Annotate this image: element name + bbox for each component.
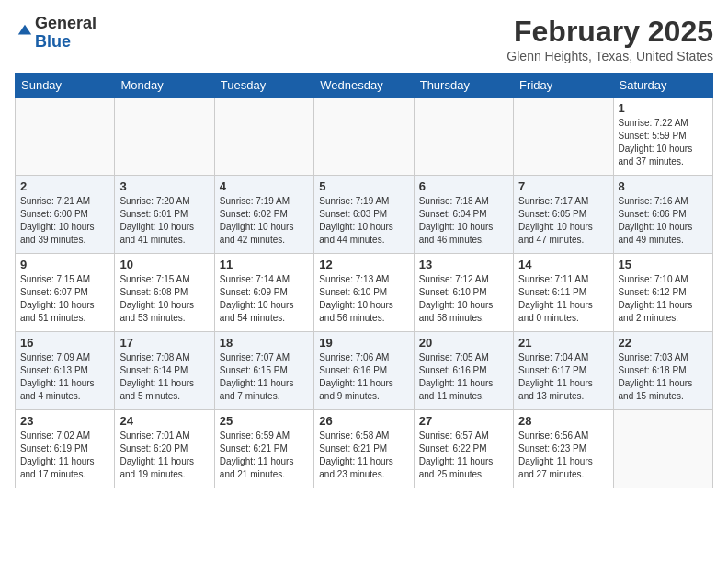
calendar-cell: 15Sunrise: 7:10 AM Sunset: 6:12 PM Dayli… bbox=[613, 254, 712, 332]
day-number: 23 bbox=[20, 414, 109, 428]
day-number: 12 bbox=[319, 258, 408, 271]
calendar-cell: 21Sunrise: 7:04 AM Sunset: 6:17 PM Dayli… bbox=[514, 332, 613, 410]
calendar-cell: 14Sunrise: 7:11 AM Sunset: 6:11 PM Dayli… bbox=[514, 254, 613, 332]
day-number: 20 bbox=[419, 336, 508, 350]
calendar-cell: 19Sunrise: 7:06 AM Sunset: 6:16 PM Dayli… bbox=[314, 332, 414, 410]
calendar-cell: 10Sunrise: 7:15 AM Sunset: 6:08 PM Dayli… bbox=[115, 254, 214, 332]
calendar-cell: 26Sunrise: 6:58 AM Sunset: 6:21 PM Dayli… bbox=[314, 410, 414, 488]
day-number: 21 bbox=[518, 336, 608, 350]
calendar-cell: 25Sunrise: 6:59 AM Sunset: 6:21 PM Dayli… bbox=[214, 410, 313, 488]
logo-icon bbox=[17, 23, 33, 40]
day-number: 28 bbox=[518, 414, 608, 428]
day-number: 27 bbox=[419, 414, 508, 428]
calendar-cell bbox=[314, 98, 414, 176]
logo-general-text: General bbox=[35, 14, 97, 32]
calendar-table: SundayMondayTuesdayWednesdayThursdayFrid… bbox=[15, 73, 713, 488]
day-info: Sunrise: 7:21 AM Sunset: 6:00 PM Dayligh… bbox=[20, 195, 109, 247]
day-number: 24 bbox=[119, 414, 209, 428]
day-number: 11 bbox=[220, 258, 309, 271]
day-number: 14 bbox=[518, 258, 608, 271]
day-info: Sunrise: 7:14 AM Sunset: 6:09 PM Dayligh… bbox=[220, 273, 309, 325]
day-info: Sunrise: 7:06 AM Sunset: 6:16 PM Dayligh… bbox=[319, 351, 408, 403]
day-number: 4 bbox=[220, 179, 309, 193]
calendar-cell: 8Sunrise: 7:16 AM Sunset: 6:06 PM Daylig… bbox=[613, 176, 712, 254]
calendar-cell: 1Sunrise: 7:22 AM Sunset: 5:59 PM Daylig… bbox=[613, 98, 712, 176]
calendar-week-row: 9Sunrise: 7:15 AM Sunset: 6:07 PM Daylig… bbox=[16, 254, 713, 332]
day-info: Sunrise: 7:12 AM Sunset: 6:10 PM Dayligh… bbox=[419, 273, 508, 325]
day-number: 5 bbox=[319, 179, 408, 193]
day-info: Sunrise: 7:18 AM Sunset: 6:04 PM Dayligh… bbox=[419, 195, 508, 247]
calendar-week-row: 1Sunrise: 7:22 AM Sunset: 5:59 PM Daylig… bbox=[16, 98, 713, 176]
calendar-week-row: 23Sunrise: 7:02 AM Sunset: 6:19 PM Dayli… bbox=[16, 410, 713, 488]
location-text: Glenn Heights, Texas, United States bbox=[506, 49, 713, 63]
day-info: Sunrise: 7:15 AM Sunset: 6:07 PM Dayligh… bbox=[20, 273, 109, 325]
calendar-cell: 2Sunrise: 7:21 AM Sunset: 6:00 PM Daylig… bbox=[16, 176, 115, 254]
calendar-cell bbox=[514, 98, 613, 176]
weekday-header: Saturday bbox=[613, 74, 712, 98]
calendar-cell: 3Sunrise: 7:20 AM Sunset: 6:01 PM Daylig… bbox=[115, 176, 214, 254]
weekday-header: Monday bbox=[115, 74, 214, 98]
calendar-cell: 16Sunrise: 7:09 AM Sunset: 6:13 PM Dayli… bbox=[16, 332, 115, 410]
calendar-cell bbox=[214, 98, 313, 176]
day-info: Sunrise: 7:15 AM Sunset: 6:08 PM Dayligh… bbox=[119, 273, 209, 325]
calendar-cell: 12Sunrise: 7:13 AM Sunset: 6:10 PM Dayli… bbox=[314, 254, 414, 332]
day-number: 22 bbox=[619, 336, 708, 350]
calendar-cell: 17Sunrise: 7:08 AM Sunset: 6:14 PM Dayli… bbox=[115, 332, 214, 410]
calendar-cell: 9Sunrise: 7:15 AM Sunset: 6:07 PM Daylig… bbox=[16, 254, 115, 332]
calendar-week-row: 16Sunrise: 7:09 AM Sunset: 6:13 PM Dayli… bbox=[16, 332, 713, 410]
calendar-cell: 27Sunrise: 6:57 AM Sunset: 6:22 PM Dayli… bbox=[414, 410, 513, 488]
page-header: General Blue February 2025 Glenn Heights… bbox=[15, 15, 713, 63]
day-info: Sunrise: 7:08 AM Sunset: 6:14 PM Dayligh… bbox=[119, 351, 209, 403]
calendar-cell: 23Sunrise: 7:02 AM Sunset: 6:19 PM Dayli… bbox=[16, 410, 115, 488]
day-number: 1 bbox=[619, 101, 708, 115]
day-info: Sunrise: 7:09 AM Sunset: 6:13 PM Dayligh… bbox=[20, 351, 109, 403]
day-number: 15 bbox=[619, 258, 708, 271]
title-block: February 2025 Glenn Heights, Texas, Unit… bbox=[506, 15, 713, 63]
day-info: Sunrise: 7:01 AM Sunset: 6:20 PM Dayligh… bbox=[119, 430, 209, 481]
calendar-week-row: 2Sunrise: 7:21 AM Sunset: 6:00 PM Daylig… bbox=[16, 176, 713, 254]
weekday-header: Friday bbox=[514, 74, 613, 98]
day-number: 17 bbox=[119, 336, 209, 350]
calendar-cell: 6Sunrise: 7:18 AM Sunset: 6:04 PM Daylig… bbox=[414, 176, 513, 254]
weekday-header: Thursday bbox=[414, 74, 513, 98]
weekday-header: Sunday bbox=[16, 74, 115, 98]
calendar-cell: 11Sunrise: 7:14 AM Sunset: 6:09 PM Dayli… bbox=[214, 254, 313, 332]
calendar-cell: 5Sunrise: 7:19 AM Sunset: 6:03 PM Daylig… bbox=[314, 176, 414, 254]
month-title: February 2025 bbox=[506, 15, 713, 49]
day-number: 25 bbox=[220, 414, 309, 428]
day-number: 3 bbox=[119, 179, 209, 193]
day-info: Sunrise: 7:05 AM Sunset: 6:16 PM Dayligh… bbox=[419, 351, 508, 403]
day-info: Sunrise: 7:22 AM Sunset: 5:59 PM Dayligh… bbox=[619, 117, 708, 168]
calendar-cell: 24Sunrise: 7:01 AM Sunset: 6:20 PM Dayli… bbox=[115, 410, 214, 488]
day-number: 6 bbox=[419, 179, 508, 193]
day-info: Sunrise: 7:16 AM Sunset: 6:06 PM Dayligh… bbox=[619, 195, 708, 247]
calendar-cell: 4Sunrise: 7:19 AM Sunset: 6:02 PM Daylig… bbox=[214, 176, 313, 254]
calendar-cell bbox=[613, 410, 712, 488]
day-info: Sunrise: 6:57 AM Sunset: 6:22 PM Dayligh… bbox=[419, 430, 508, 481]
day-info: Sunrise: 7:02 AM Sunset: 6:19 PM Dayligh… bbox=[20, 430, 109, 481]
day-number: 10 bbox=[119, 258, 209, 271]
day-info: Sunrise: 6:59 AM Sunset: 6:21 PM Dayligh… bbox=[220, 430, 309, 481]
weekday-header: Tuesday bbox=[214, 74, 313, 98]
svg-marker-0 bbox=[18, 25, 31, 35]
day-number: 19 bbox=[319, 336, 408, 350]
calendar-cell bbox=[115, 98, 214, 176]
calendar-cell bbox=[16, 98, 115, 176]
day-info: Sunrise: 7:07 AM Sunset: 6:15 PM Dayligh… bbox=[220, 351, 309, 403]
day-info: Sunrise: 7:03 AM Sunset: 6:18 PM Dayligh… bbox=[619, 351, 708, 403]
day-number: 2 bbox=[20, 179, 109, 193]
day-info: Sunrise: 7:17 AM Sunset: 6:05 PM Dayligh… bbox=[518, 195, 608, 247]
calendar-cell: 13Sunrise: 7:12 AM Sunset: 6:10 PM Dayli… bbox=[414, 254, 513, 332]
day-number: 8 bbox=[619, 179, 708, 193]
calendar-cell: 28Sunrise: 6:56 AM Sunset: 6:23 PM Dayli… bbox=[514, 410, 613, 488]
day-info: Sunrise: 7:04 AM Sunset: 6:17 PM Dayligh… bbox=[518, 351, 608, 403]
weekday-header: Wednesday bbox=[314, 74, 414, 98]
day-info: Sunrise: 7:20 AM Sunset: 6:01 PM Dayligh… bbox=[119, 195, 209, 247]
calendar-cell bbox=[414, 98, 513, 176]
day-info: Sunrise: 7:10 AM Sunset: 6:12 PM Dayligh… bbox=[619, 273, 708, 325]
day-info: Sunrise: 7:19 AM Sunset: 6:02 PM Dayligh… bbox=[220, 195, 309, 247]
calendar-cell: 18Sunrise: 7:07 AM Sunset: 6:15 PM Dayli… bbox=[214, 332, 313, 410]
calendar-cell: 20Sunrise: 7:05 AM Sunset: 6:16 PM Dayli… bbox=[414, 332, 513, 410]
day-number: 7 bbox=[518, 179, 608, 193]
day-info: Sunrise: 7:19 AM Sunset: 6:03 PM Dayligh… bbox=[319, 195, 408, 247]
